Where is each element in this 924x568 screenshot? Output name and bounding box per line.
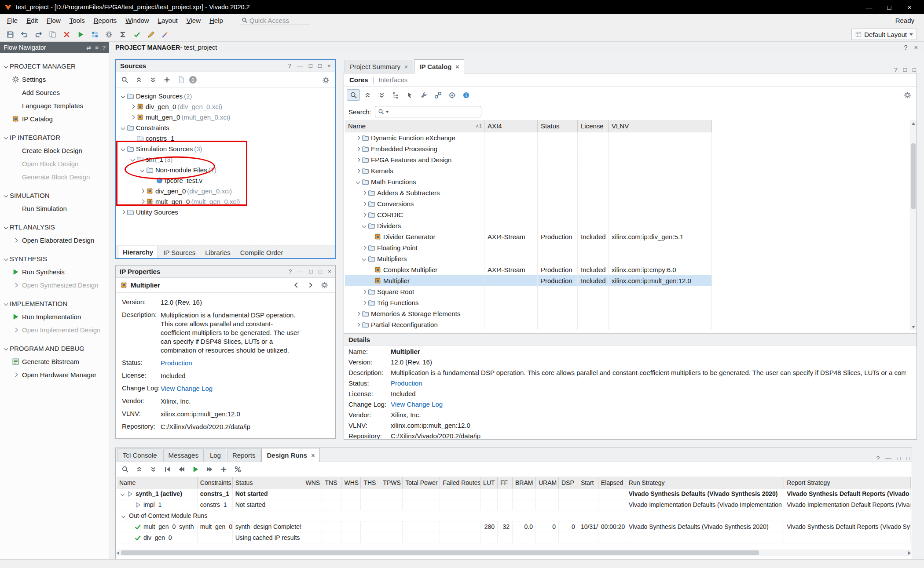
flownav-item-language-templates[interactable]: Language Templates [0,99,109,112]
design-runs-h-scrollbar[interactable] [117,550,911,556]
chevron-right-icon[interactable] [354,165,362,176]
chevron-down-icon[interactable] [354,176,362,187]
chevron-right-icon[interactable] [354,132,362,143]
redo-button[interactable] [32,29,45,40]
chevron-right-icon[interactable] [360,297,368,308]
help-button[interactable]: ? [904,44,907,51]
chevron-down-icon[interactable] [118,488,126,499]
sources-tab-compile-order[interactable]: Compile Order [236,247,288,258]
runs-column-name[interactable]: Name [117,477,198,488]
close-icon[interactable]: × [404,63,408,70]
scrollbar-thumb[interactable] [911,143,916,209]
catalog-row-adders-subtracters[interactable]: Adders & Subtracters [345,187,712,198]
runs-column-lut[interactable]: LUT [480,477,498,488]
program-button[interactable] [88,29,101,40]
save-button[interactable] [4,29,17,40]
catalog-row-multipliers[interactable]: Multipliers [345,253,712,264]
run-row-out-of-context-module-runs[interactable]: Out-of-Context Module Runs [117,510,911,521]
link-button[interactable] [431,89,444,101]
catalog-row-square-root[interactable]: Square Root [345,286,712,297]
float-button[interactable]: □ [309,268,313,275]
flownav-item-open-synthesized-design[interactable]: Open Synthesized Design [0,278,109,291]
chevron-down-icon[interactable] [119,143,127,154]
quick-access-input[interactable] [249,17,301,24]
help-button[interactable]: ? [894,66,898,73]
catalog-row-conversions[interactable]: Conversions [345,198,712,209]
wrench-button[interactable] [417,89,430,101]
runs-column-uram[interactable]: URAM [536,477,559,488]
catalog-search-input[interactable] [390,108,478,116]
menu-button[interactable]: ≡ [95,44,99,51]
flownav-item-generate-block-design[interactable]: Generate Block Design [0,170,109,183]
layout-selector[interactable]: Default Layout [851,29,917,40]
chevron-down-icon[interactable] [119,122,127,133]
source-node-utility-sources[interactable]: Utility Sources [116,207,335,217]
catalog-column-status[interactable]: Status [538,120,578,132]
chevron-right-icon[interactable] [138,196,146,207]
chevron-right-icon[interactable] [354,143,362,154]
chevron-down-icon[interactable] [2,189,10,202]
menu-reports[interactable]: Reports [89,15,121,26]
expand-all-button[interactable] [146,74,159,86]
sum-button[interactable] [116,29,129,40]
run-button[interactable] [74,29,87,40]
catalog-column-name[interactable]: Name∧1 [345,120,484,132]
source-node-design-sources[interactable]: Design Sources (2) [116,91,335,101]
chevron-down-icon[interactable] [360,220,368,231]
flownav-item-ip-catalog[interactable]: IP Catalog [0,112,109,125]
float-button[interactable]: □ [903,66,907,73]
runs-column-report-strategy[interactable]: Report Strategy [784,477,911,488]
catalog-column-license[interactable]: License [578,120,609,132]
catalog-scrollbar[interactable] [910,120,917,330]
runs-column-ff[interactable]: FF [498,477,513,488]
minimize-button[interactable]: — [885,455,891,462]
expand-all-button[interactable] [147,464,160,475]
catalog-row-dividers[interactable]: Dividers [345,220,712,231]
runs-column-bram[interactable]: BRAM [513,477,536,488]
flownav-section-program-and-debug[interactable]: PROGRAM AND DEBUG [0,342,109,355]
chevron-right-icon[interactable] [119,207,127,217]
flownav-section-project-manager[interactable]: PROJECT MANAGER [0,59,109,73]
close-icon[interactable]: × [311,452,315,459]
catalog-column-axi4[interactable]: AXI4 [484,120,538,132]
catalog-row-cordic[interactable]: CORDIC [345,209,712,220]
source-node-mult-gen-0[interactable]: mult_gen_0 (mult_gen_0.xci) [116,196,335,207]
chevron-down-icon[interactable] [119,510,127,521]
catalog-row-divider-generator[interactable]: Divider GeneratorAXI4-StreamProductionIn… [345,231,712,242]
chevron-right-icon[interactable] [360,286,368,297]
flownav-item-run-simulation[interactable]: Run Simulation [0,202,109,215]
flownav-item-open-implemented-design[interactable]: Open Implemented Design [0,323,109,336]
menu-tools[interactable]: Tools [65,15,89,26]
catalog-settings-button[interactable] [901,89,914,101]
switch-button[interactable]: ⇄ [86,44,91,51]
console-tab-messages[interactable]: Messages [163,448,204,462]
chevron-right-icon[interactable] [354,319,362,330]
maximize-button[interactable]: □ [913,66,916,73]
detail-value-link[interactable]: Production [391,379,906,387]
debug-button[interactable] [158,29,172,40]
console-tab-log[interactable]: Log [205,448,226,462]
runs-column-status[interactable]: Status [233,477,303,488]
info-button[interactable] [459,89,473,101]
chevron-down-icon[interactable] [2,59,10,73]
source-node-ipcore-test-v[interactable]: ipcore_test.v [116,175,335,186]
catalog-row-trig-functions[interactable]: Trig Functions [345,297,712,308]
maximize-button[interactable]: □ [879,4,899,11]
search-button[interactable] [118,74,131,86]
source-node-constrs-1[interactable]: constrs_1 [116,133,335,143]
gear-button[interactable] [318,280,331,291]
flownav-item-generate-bitstream[interactable]: Generate Bitstream [0,355,109,368]
tab-project-summary[interactable]: Project Summary× [345,60,413,73]
chevron-right-icon[interactable] [360,198,368,209]
menu-flow[interactable]: Flow [42,15,65,26]
run-row-mult-gen-0-synth-1[interactable]: mult_gen_0_synth_1mult_gen_0synth_design… [117,521,911,532]
minimize-button[interactable]: — [297,62,303,69]
run-row-impl-1[interactable]: impl_1constrs_1Not startedVivado Impleme… [117,499,911,510]
flownav-section-implementation[interactable]: IMPLEMENTATION [0,297,109,310]
search-button[interactable] [118,464,132,475]
chevron-down-icon[interactable] [2,220,10,233]
messages-badge[interactable]: 0 [189,76,197,84]
chevron-right-icon[interactable] [360,242,368,253]
flownav-item-open-elaborated-design[interactable]: Open Elaborated Design [0,233,109,247]
chevron-right-icon[interactable] [128,112,136,122]
